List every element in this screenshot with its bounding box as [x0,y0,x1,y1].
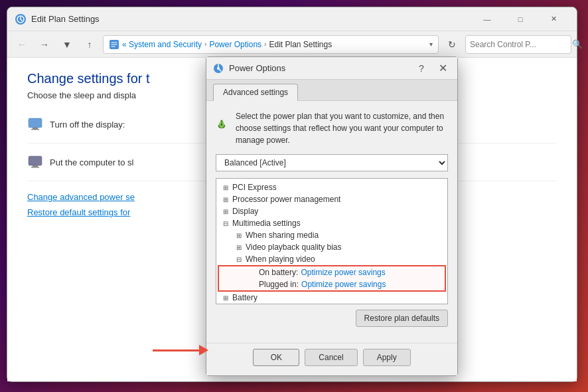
expand-processor-icon: ⊞ [222,196,230,203]
tree-label-multimedia: Multimedia settings [232,219,442,228]
dialog-help-button[interactable]: ? [413,60,429,76]
dialog-body: Select the power plan that you want to c… [206,101,457,343]
tree-item-display[interactable]: ⊞ Display [216,205,447,217]
refresh-button[interactable]: ↻ [443,35,461,54]
power-icon-large [216,110,228,137]
ok-button[interactable]: OK [253,349,299,366]
tab-advanced-settings[interactable]: Advanced settings [213,84,298,101]
svg-point-13 [221,124,223,126]
search-box[interactable]: 🔍 [465,35,571,54]
svg-rect-4 [31,129,39,130]
display-label: Turn off the display: [50,120,125,130]
svg-rect-2 [29,118,42,128]
plugged-in-label: Plugged in: [259,280,299,289]
tree-label-sharing: When sharing media [246,231,442,240]
settings-tree[interactable]: ⊞ PCI Express ⊞ Processor power manageme… [216,178,448,304]
dialog-icon [213,63,224,74]
highlight-on-battery[interactable]: On battery: Optimize power savings [219,266,445,278]
address-path[interactable]: « System and Security › Power Options › … [103,35,439,54]
bg-titlebar-icon [15,14,26,25]
plan-dropdown-container[interactable]: Balanced [Active] Power saver High perfo… [216,154,448,171]
expand-display-icon: ⊞ [222,208,230,215]
tree-item-pci[interactable]: ⊞ PCI Express [216,181,447,193]
on-battery-value: Optimize power savings [301,268,385,277]
dialog-title: Power Options [229,63,408,73]
change-advanced-link[interactable]: Change advanced power se [27,192,135,202]
tree-label-processor: Processor power management [232,195,442,204]
dialog-close-button[interactable]: ✕ [435,60,451,76]
search-input[interactable] [470,40,569,49]
svg-point-9 [217,67,220,70]
dialog-tabs: Advanced settings [206,80,457,101]
arrow-annotation [153,345,208,355]
breadcrumb-system[interactable]: « System and Security [122,40,202,49]
highlight-box: On battery: Optimize power savings Plugg… [218,265,446,292]
recent-locations-button[interactable]: ▼ [58,35,76,54]
dialog-actions: OK Cancel Apply [206,343,457,375]
tree-item-video-quality[interactable]: ⊞ Video playback quality bias [216,241,447,253]
apply-button[interactable]: Apply [363,349,411,366]
breadcrumb-current: Edit Plan Settings [269,40,332,49]
expand-video-quality-icon: ⊞ [235,244,243,251]
tree-item-playing-video[interactable]: ⊟ When playing video [216,253,447,265]
tree-item-battery[interactable]: ⊞ Battery [216,292,447,304]
plan-selector: Balanced [Active] Power saver High perfo… [216,154,448,171]
maximize-button[interactable]: □ [505,10,536,29]
control-panel-icon [109,39,119,50]
cancel-button[interactable]: Cancel [305,349,357,366]
tree-label-playing-video: When playing video [246,254,442,264]
on-battery-label: On battery: [259,268,298,277]
svg-rect-5 [29,156,42,165]
tree-item-multimedia[interactable]: ⊟ Multimedia settings [216,217,447,229]
sleep-icon [27,154,43,170]
tree-label-battery: Battery [232,293,442,302]
expand-pci-icon: ⊞ [222,184,230,191]
bg-titlebar: Edit Plan Settings — □ ✕ [7,7,577,31]
arrow-head [199,345,208,355]
expand-battery-icon: ⊞ [222,294,230,302]
address-bar: ← → ▼ ↑ « System and Security › Power Op… [7,31,577,58]
tree-label-video-quality: Video playback quality bias [246,243,442,252]
display-icon [27,116,43,132]
expand-multimedia-icon: ⊟ [222,220,230,227]
restore-btn-container: Restore plan defaults [216,310,448,327]
back-button[interactable]: ← [13,35,31,54]
svg-rect-6 [33,165,38,167]
svg-rect-3 [33,128,38,129]
forward-button[interactable]: → [35,35,54,54]
power-options-dialog: Power Options ? ✕ Advanced settings Sele… [206,56,458,376]
titlebar-controls: — □ ✕ [472,10,569,29]
bg-window-title: Edit Plan Settings [31,14,467,24]
highlight-plugged-in[interactable]: Plugged in: Optimize power savings [219,278,445,290]
breadcrumb-power[interactable]: Power Options [209,40,261,49]
search-icon: 🔍 [572,39,583,49]
arrow-shaft [153,349,199,351]
dropdown-arrow-icon: ▾ [429,41,433,48]
restore-plan-defaults-button[interactable]: Restore plan defaults [356,310,448,327]
dialog-description: Select the power plan that you want to c… [216,110,448,146]
minimize-button[interactable]: — [472,10,502,29]
tree-item-sharing[interactable]: ⊞ When sharing media [216,229,447,241]
plugged-in-value: Optimize power savings [301,280,386,289]
plan-dropdown[interactable]: Balanced [Active] Power saver High perfo… [216,154,448,171]
svg-rect-7 [31,167,39,168]
dialog-description-text: Select the power plan that you want to c… [236,110,448,146]
sleep-label: Put the computer to sl [50,157,133,167]
restore-defaults-link[interactable]: Restore default settings for [27,207,130,217]
dialog-titlebar: Power Options ? ✕ [206,57,457,80]
tree-label-display: Display [232,207,442,216]
up-button[interactable]: ↑ [80,35,99,54]
close-button[interactable]: ✕ [538,10,569,29]
tree-label-pci: PCI Express [232,183,442,192]
tree-item-processor[interactable]: ⊞ Processor power management [216,193,447,205]
expand-sharing-icon: ⊞ [235,232,243,239]
expand-playing-icon: ⊟ [235,256,243,263]
